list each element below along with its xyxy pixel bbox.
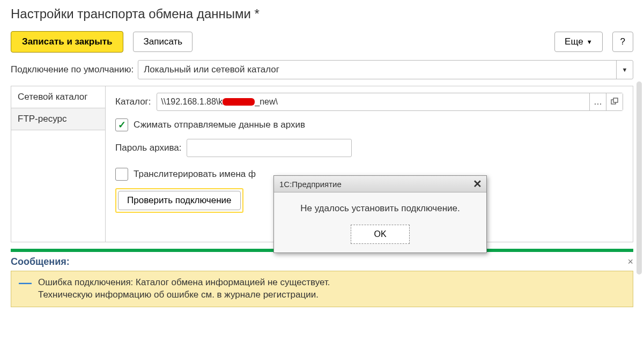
verify-connection-button[interactable]: Проверить подключение [118, 191, 241, 210]
dropdown-toggle[interactable]: ▼ [616, 61, 633, 79]
ellipsis-icon: … [594, 97, 602, 107]
close-icon[interactable]: ✕ [473, 179, 482, 189]
chevron-down-icon: ▼ [622, 66, 628, 73]
help-button[interactable]: ? [612, 32, 633, 52]
tab-network-catalog[interactable]: Сетевой каталог [11, 86, 105, 108]
close-messages-button[interactable]: × [627, 256, 633, 268]
archive-password-label: Пароль архива: [115, 143, 181, 153]
messages-header: Сообщения: [11, 256, 70, 268]
verify-button-focus: Проверить подключение [115, 188, 243, 213]
catalog-value-prefix: \\192.168.1.88\k [161, 97, 223, 107]
catalog-label: Каталог: [115, 96, 151, 107]
redacted-mark [223, 98, 255, 106]
message-line-2: Техническую информацию об ошибке см. в ж… [38, 289, 330, 301]
open-external-button[interactable] [606, 93, 623, 110]
tab-ftp[interactable]: FTP-ресурс [11, 108, 105, 130]
tabs: Сетевой каталог FTP-ресурс [11, 86, 106, 242]
scrollbar[interactable] [636, 81, 642, 274]
default-connection-dropdown[interactable]: Локальный или сетевой каталог ▼ [138, 60, 633, 79]
open-external-icon [610, 98, 619, 106]
dialog-ok-button[interactable]: OK [351, 225, 409, 244]
compress-label: Сжимать отправляемые данные в архив [134, 120, 305, 130]
page-title: Настройки транспорта обмена данными * [11, 6, 633, 21]
default-connection-value: Локальный или сетевой каталог [138, 61, 616, 79]
catalog-input[interactable]: \\192.168.1.88\k _new\ … [157, 93, 623, 111]
dash-icon: — [19, 277, 32, 288]
catalog-value-suffix: _new\ [255, 97, 278, 107]
dialog-titlebar[interactable]: 1С:Предприятие ✕ [274, 176, 486, 192]
more-button[interactable]: Еще ▼ [554, 32, 602, 52]
message-entry: — Ошибка подключения: Каталог обмена инф… [11, 271, 633, 307]
toolbar: Записать и закрыть Записать Еще ▼ ? [11, 31, 633, 53]
browse-button[interactable]: … [589, 93, 606, 110]
svg-rect-1 [613, 98, 618, 102]
archive-password-input[interactable] [187, 139, 352, 157]
default-connection-label: Подключение по умолчанию: [11, 64, 134, 75]
message-line-1: Ошибка подключения: Каталог обмена инфор… [38, 277, 330, 289]
translit-label: Транслитерировать имена ф [134, 169, 256, 180]
more-button-label: Еще [565, 36, 583, 47]
dialog-message: Не удалось установить подключение. [280, 202, 480, 215]
dialog-title-text: 1С:Предприятие [279, 180, 342, 189]
compress-checkbox[interactable]: ✓ [115, 118, 128, 131]
translit-checkbox[interactable]: ✓ [115, 168, 128, 181]
chevron-down-icon: ▼ [587, 39, 593, 45]
save-button[interactable]: Записать [133, 32, 193, 52]
error-dialog: 1С:Предприятие ✕ Не удалось установить п… [273, 175, 487, 253]
save-and-close-button[interactable]: Записать и закрыть [11, 31, 123, 53]
